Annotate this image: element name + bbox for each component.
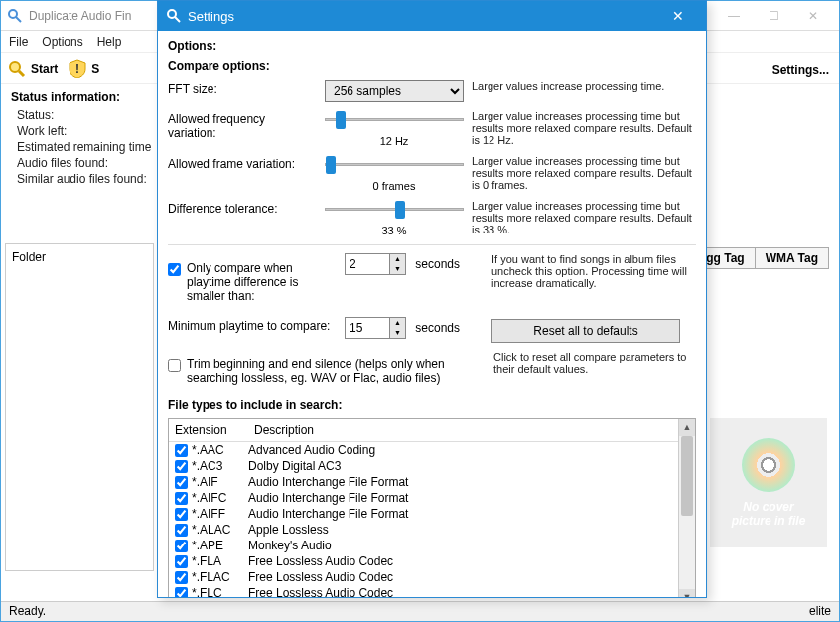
only-compare-checkbox[interactable] <box>168 263 181 276</box>
filetype-checkbox[interactable] <box>175 476 188 489</box>
cover-art-placeholder: No cover picture in file <box>710 418 827 547</box>
settings-link[interactable]: Settings... <box>772 63 829 77</box>
svg-text:!: ! <box>75 62 79 76</box>
filetype-desc: Free Lossless Audio Codec <box>248 570 393 584</box>
only-compare-label: Only compare when playtime difference is… <box>187 261 337 303</box>
filetype-checkbox[interactable] <box>175 540 188 552</box>
min-playtime-input[interactable] <box>346 318 389 338</box>
filetype-checkbox[interactable] <box>175 524 188 537</box>
shield-warning-icon: ! <box>68 59 87 78</box>
filetype-desc: Audio Interchange File Format <box>248 475 408 489</box>
search-icon <box>7 59 27 78</box>
status-bar-right: elite <box>809 604 831 619</box>
dialog-title: Settings <box>188 9 234 24</box>
reset-defaults-button[interactable]: Reset all to defaults <box>491 319 680 343</box>
tags-row: Ogg Tag WMA Tag <box>687 247 829 269</box>
col-extension[interactable]: Extension <box>169 419 248 441</box>
col-description[interactable]: Description <box>248 419 320 441</box>
table-row[interactable]: *.AC3Dolby Digital AC3 <box>169 458 678 474</box>
scroll-up-icon[interactable]: ▲ <box>679 419 695 436</box>
maximize-button[interactable]: ☐ <box>754 2 793 30</box>
diff-tolerance-label: Difference tolerance: <box>168 200 317 216</box>
min-playtime-unit: seconds <box>415 321 460 335</box>
app-icon <box>166 8 182 24</box>
fft-size-help: Larger values increase processing time. <box>472 80 696 92</box>
filetype-desc: Monkey's Audio <box>248 539 332 552</box>
status-bar-text: Ready. <box>9 604 46 619</box>
table-row[interactable]: *.APEMonkey's Audio <box>169 538 678 553</box>
folder-panel: Folder <box>5 243 154 571</box>
reset-help: Click to reset all compare parameters to… <box>493 351 696 375</box>
fft-size-select[interactable]: 256 samples <box>325 80 464 102</box>
diff-tolerance-help: Larger value increases processing time b… <box>472 200 696 235</box>
menu-help[interactable]: Help <box>97 35 122 49</box>
table-row[interactable]: *.ALACApple Lossless <box>169 522 678 538</box>
scrollbar[interactable]: ▲ ▼ <box>678 419 695 597</box>
freq-variation-slider[interactable] <box>325 110 464 128</box>
filetype-ext: *.APE <box>192 539 223 552</box>
filetype-checkbox[interactable] <box>175 460 188 473</box>
svg-line-3 <box>19 71 24 76</box>
table-row[interactable]: *.AIFAudio Interchange File Format <box>169 474 678 490</box>
filetype-checkbox[interactable] <box>175 444 188 457</box>
filetype-desc: Free Lossless Audio Codec <box>248 554 393 568</box>
filetype-ext: *.AC3 <box>192 459 222 473</box>
scroll-down-icon[interactable]: ▼ <box>679 589 695 597</box>
only-compare-unit: seconds <box>415 257 460 271</box>
svg-line-1 <box>16 17 21 22</box>
main-window-title: Duplicate Audio Fin <box>29 9 131 23</box>
folder-label: Folder <box>12 250 46 264</box>
filetype-ext: *.ALAC <box>192 523 230 537</box>
spin-up-icon[interactable]: ▲ <box>390 254 405 264</box>
disc-icon <box>742 438 795 492</box>
filetype-checkbox[interactable] <box>175 555 188 568</box>
filetype-checkbox[interactable] <box>175 492 188 505</box>
filetype-desc: Apple Lossless <box>248 523 329 537</box>
filetype-desc: Dolby Digital AC3 <box>248 459 341 473</box>
spin-down-icon[interactable]: ▼ <box>390 264 405 274</box>
table-row[interactable]: *.AIFCAudio Interchange File Format <box>169 490 678 506</box>
menu-file[interactable]: File <box>9 35 28 49</box>
settings-dialog: Settings ✕ Options: Compare options: FFT… <box>157 0 707 598</box>
freq-variation-value: 12 Hz <box>325 135 464 147</box>
freq-variation-label: Allowed frequency variation: <box>168 110 317 140</box>
table-row[interactable]: *.AIFFAudio Interchange File Format <box>169 506 678 522</box>
filetype-ext: *.AIF <box>192 475 218 489</box>
file-types-table: Extension Description *.AACAdvanced Audi… <box>168 418 696 597</box>
status-bar: Ready. elite <box>1 601 839 621</box>
trim-silence-checkbox[interactable] <box>168 359 181 372</box>
min-playtime-spin[interactable]: ▲▼ <box>345 317 406 339</box>
filetype-desc: Advanced Audio Coding <box>248 443 375 457</box>
scroll-thumb[interactable] <box>681 436 693 516</box>
only-compare-spin[interactable]: ▲▼ <box>345 253 406 275</box>
only-compare-input[interactable] <box>346 254 389 274</box>
diff-tolerance-slider[interactable] <box>325 200 464 218</box>
menu-options[interactable]: Options <box>42 35 82 49</box>
svg-point-0 <box>9 10 17 18</box>
frame-variation-slider[interactable] <box>325 155 464 173</box>
dialog-close-button[interactable]: ✕ <box>658 8 698 24</box>
tab-wma-tag[interactable]: WMA Tag <box>755 247 829 269</box>
toolbar-start[interactable]: Start <box>7 59 58 78</box>
filetype-ext: *.AIFC <box>192 491 226 505</box>
file-types-heading: File types to include in search: <box>168 398 696 412</box>
svg-line-6 <box>175 17 180 22</box>
minimize-button[interactable]: — <box>714 2 754 30</box>
table-row[interactable]: *.FLCFree Lossless Audio Codec <box>169 585 678 597</box>
filetype-desc: Free Lossless Audio Codec <box>248 586 393 597</box>
table-row[interactable]: *.FLACFree Lossless Audio Codec <box>169 569 678 585</box>
frame-variation-help: Larger value increases processing time b… <box>472 155 696 191</box>
spin-up-icon[interactable]: ▲ <box>390 318 405 328</box>
min-playtime-label: Minimum playtime to compare: <box>168 317 337 333</box>
filetype-checkbox[interactable] <box>175 587 188 598</box>
table-row[interactable]: *.FLAFree Lossless Audio Codec <box>169 553 678 569</box>
filetype-checkbox[interactable] <box>175 508 188 521</box>
toolbar-warning[interactable]: ! S <box>68 59 99 78</box>
spin-down-icon[interactable]: ▼ <box>390 328 405 338</box>
filetype-checkbox[interactable] <box>175 571 188 584</box>
svg-point-2 <box>10 62 20 72</box>
table-row[interactable]: *.AACAdvanced Audio Coding <box>169 442 678 458</box>
dialog-titlebar[interactable]: Settings ✕ <box>158 1 706 31</box>
frame-variation-value: 0 frames <box>325 180 464 192</box>
close-button[interactable]: ✕ <box>793 2 833 30</box>
